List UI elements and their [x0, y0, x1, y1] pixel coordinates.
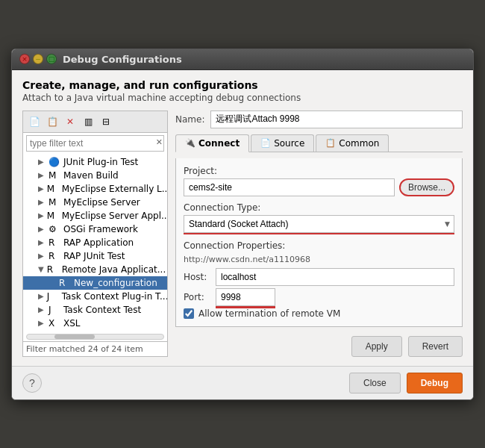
maximize-button[interactable]: □ [46, 54, 57, 64]
tree-item[interactable]: ▶🔵JUnit Plug-in Test [23, 155, 167, 169]
tree-item-icon: R [48, 251, 60, 261]
collapse-button[interactable]: ⊟ [98, 113, 114, 130]
port-row: Port: [184, 288, 454, 306]
expand-arrow-icon: ▶ [38, 252, 46, 260]
tree-item-icon: M [47, 211, 59, 221]
tree-item[interactable]: RNew_configuration [23, 276, 167, 290]
tab-connect[interactable]: 🔌 Connect [175, 134, 249, 152]
tree-item-label: OSGi Framework [63, 224, 138, 234]
delete-button[interactable]: ✕ [62, 113, 78, 130]
left-footer: Filter matched 24 of 24 item [23, 341, 167, 356]
url-text: http://www.csdn.net/a1110968 [184, 253, 454, 266]
tree-item[interactable]: ▶JTask Context Test [23, 303, 167, 317]
connection-type-label: Connection Type: [184, 202, 454, 213]
tree-item-label: RAP Application [63, 237, 134, 248]
tab-common[interactable]: 📋 Common [316, 134, 389, 152]
expand-arrow-icon: ▶ [38, 225, 46, 233]
tab-connect-label: Connect [198, 138, 240, 149]
tree-item-label: MyEclipse Server [63, 197, 140, 208]
connect-icon: 🔌 [185, 138, 195, 148]
filter-input[interactable] [26, 135, 164, 152]
expand-arrow-icon: ▶ [38, 211, 44, 220]
tree-item-label: MyEclipse Server Appl... [62, 211, 167, 221]
window-title: Debug Configurations [63, 54, 466, 65]
tree-item-icon: 🔵 [48, 157, 60, 167]
tree-item-icon: R [47, 264, 59, 275]
filter-button[interactable]: ▥ [80, 113, 96, 130]
tree-item[interactable]: ▶JTask Context Plug-in T... [23, 290, 167, 303]
action-row: Apply Revert [175, 336, 463, 357]
host-label: Host: [184, 272, 210, 282]
tree-item[interactable]: ▶XXSL [23, 317, 167, 330]
project-label: Project: [184, 166, 454, 176]
host-input[interactable] [216, 268, 454, 286]
tree-item-icon: J [48, 305, 60, 315]
tree-item-label: Remote Java Applicat... [62, 264, 166, 275]
tree-item-label: RAP JUnit Test [63, 251, 125, 261]
filter-clear-button[interactable]: ✕ [156, 137, 163, 147]
browse-button[interactable]: Browse... [399, 178, 454, 196]
tree-item[interactable]: ▶RRAP JUnit Test [23, 249, 167, 263]
allow-termination-row: Allow termination of remote VM [184, 308, 454, 319]
port-input[interactable] [216, 288, 275, 306]
connection-type-group: Connection Type: Standard (Socket Attach… [184, 202, 454, 234]
tree-item[interactable]: ▶⚙OSGi Framework [23, 223, 167, 236]
source-icon: 📄 [260, 138, 271, 148]
expand-arrow-icon: ▶ [38, 319, 46, 327]
titlebar: × − □ Debug Configurations [12, 49, 473, 70]
close-button[interactable]: Close [349, 373, 401, 393]
allow-termination-checkbox[interactable] [184, 308, 194, 319]
tree-item-icon: R [59, 278, 71, 288]
name-row: Name: [175, 111, 463, 128]
new-config-button[interactable]: 📄 [26, 113, 43, 130]
header-section: Create, manage, and run configurations A… [22, 79, 463, 103]
tree-item-label: XSL [63, 318, 81, 329]
close-window-button[interactable]: × [19, 54, 30, 64]
name-input[interactable] [210, 111, 463, 128]
tree-item-label: Task Context Test [63, 305, 141, 315]
window-controls[interactable]: × − □ [19, 54, 57, 64]
expand-arrow-icon: ▶ [38, 158, 46, 166]
help-button[interactable]: ? [22, 373, 42, 393]
tab-source[interactable]: 📄 Source [251, 134, 314, 152]
debug-button[interactable]: Debug [407, 373, 463, 393]
project-row: Browse... [184, 178, 454, 196]
tree-item-icon: M [48, 197, 60, 208]
expand-arrow-icon: ▼ [38, 265, 44, 273]
project-input[interactable] [184, 178, 395, 196]
duplicate-button[interactable]: 📋 [44, 113, 60, 130]
tree-item[interactable]: ▶MMaven Build [23, 169, 167, 182]
tree-item[interactable]: ▶MMyEclipse Server [23, 196, 167, 209]
port-label: Port: [184, 292, 210, 302]
apply-button[interactable]: Apply [351, 336, 402, 357]
tree-item[interactable]: ▶RRAP Application [23, 236, 167, 249]
expand-arrow-icon: ▶ [38, 292, 44, 300]
expand-arrow-icon: ▶ [38, 198, 46, 206]
tree-item-icon: R [48, 237, 60, 248]
tree-item[interactable]: ▶MMyEclipse Server Appl... [23, 209, 167, 223]
right-panel: Name: 🔌 Connect 📄 Source 📋 Comm [175, 111, 463, 357]
tree-item[interactable]: ▼RRemote Java Applicat... [23, 263, 167, 276]
tree-item-icon: M [48, 170, 60, 181]
bottom-bar: ? Close Debug [12, 366, 473, 399]
expand-arrow-icon: ▶ [38, 305, 46, 314]
expand-arrow-icon: ▶ [38, 184, 44, 193]
tab-common-label: Common [339, 138, 379, 149]
tree-item-label: MyEclipse Externally L... [62, 184, 167, 194]
connection-type-select-wrapper: Standard (Socket Attach) Standard (Socke… [184, 215, 454, 234]
tree-item[interactable]: ▶MMyEclipse Externally L... [23, 182, 167, 196]
tree-item-label: New_configuration [74, 278, 157, 288]
header-subtitle: Attach to a Java virtual machine accepti… [22, 93, 463, 103]
tree-item-icon: X [48, 318, 60, 329]
left-panel: 📄 📋 ✕ ▥ ⊟ ✕ ▶🔵JUnit Plug-in Test▶MMaven … [22, 111, 168, 357]
connection-type-select[interactable]: Standard (Socket Attach) Standard (Socke… [184, 215, 454, 233]
tree-item-label: Task Context Plug-in T... [62, 291, 167, 302]
tree-item-icon: J [47, 291, 59, 302]
connection-props-label: Connection Properties: [184, 240, 454, 251]
tree-item-icon: ⚙ [48, 224, 60, 234]
revert-button[interactable]: Revert [408, 336, 463, 357]
host-row: Host: [184, 268, 454, 286]
tree-list: ▶🔵JUnit Plug-in Test▶MMaven Build▶MMyEcl… [23, 154, 167, 332]
minimize-button[interactable]: − [33, 54, 43, 64]
filter-box: ✕ [26, 135, 164, 152]
